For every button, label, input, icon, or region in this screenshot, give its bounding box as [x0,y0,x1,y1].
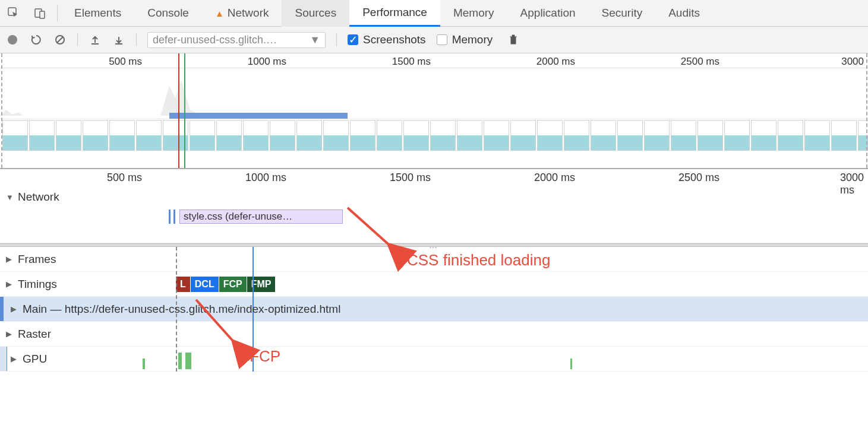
warning-icon: ▲ [215,8,224,18]
ruler-tick: 1000 ms [248,56,289,68]
screenshot-thumb[interactable] [644,120,670,151]
recording-selector[interactable]: defer-unused-css.glitch.… ▼ [147,32,326,48]
screenshot-thumb[interactable] [323,120,349,151]
timing-badge-L[interactable]: L [176,277,190,292]
timing-badge-FMP[interactable]: FMP [247,277,276,292]
tab-performance[interactable]: Performance [349,0,440,27]
screenshot-thumb[interactable] [403,120,429,151]
timings-label-text: Timings [18,278,57,291]
ruler-tick: 1500 ms [390,172,433,184]
ruler-tick: 3000 [841,56,866,68]
save-profile-button[interactable] [112,34,125,45]
selection-range[interactable] [169,113,348,119]
screenshots-toggle[interactable]: ✓ Screenshots [348,33,426,46]
screenshot-thumb[interactable] [377,120,402,151]
network-track-label[interactable]: ▼ Network [6,191,59,204]
raster-track-label[interactable]: ▶ Raster [6,328,51,341]
track-left-margin [0,347,7,371]
ruler-tick: 2500 ms [681,56,722,68]
tab-network[interactable]: ▲ Network [202,0,282,27]
screenshot-thumb[interactable] [724,120,750,151]
tab-elements[interactable]: Elements [61,0,134,27]
timings-track[interactable]: ▶ Timings L DCL FCP FMP [0,272,868,297]
screenshot-thumb[interactable] [831,120,857,151]
tab-memory[interactable]: Memory [440,0,507,27]
svg-rect-2 [40,11,45,18]
divider [77,33,78,46]
raster-label-text: Raster [18,328,51,341]
timings-track-label[interactable]: ▶ Timings [6,278,57,291]
screenshots-label: Screenshots [363,33,426,46]
tab-network-label: Network [228,7,269,20]
tab-audits[interactable]: Audits [655,0,713,27]
raster-track[interactable]: ▶ Raster [0,322,868,347]
recording-selector-label: defer-unused-css.glitch.… [153,34,277,46]
screenshot-thumb[interactable] [591,120,616,151]
selection-handle-left[interactable] [1,53,2,168]
frames-track-label[interactable]: ▶ Frames [6,253,56,266]
tab-security[interactable]: Security [589,0,656,27]
ruler-tick: 1500 ms [392,56,433,68]
ruler-tick: 500 ms [109,56,144,68]
timings-badges: L DCL FCP FMP [176,277,276,292]
gpu-activity [178,353,182,369]
load-profile-button[interactable] [89,34,102,45]
screenshot-thumb[interactable] [510,120,536,151]
device-toggle-icon[interactable] [27,0,53,27]
screenshot-thumb[interactable] [671,120,696,151]
screenshot-thumb[interactable] [457,120,482,151]
screenshot-thumb[interactable] [29,120,55,151]
screenshot-thumb[interactable] [697,120,723,151]
screenshot-thumb[interactable] [296,120,322,151]
screenshot-thumb[interactable] [270,120,295,151]
selection-handle-right[interactable] [866,53,867,168]
network-track[interactable]: ▼ Network style.css (defer-unuse… [0,187,868,243]
timing-badge-FCP[interactable]: FCP [219,277,247,292]
screenshot-thumb[interactable] [109,120,135,151]
network-label-text: Network [18,191,59,204]
devtools-tab-bar: Elements Console ▲ Network Sources Perfo… [0,0,868,27]
screenshot-thumb[interactable] [617,120,643,151]
screenshot-thumb[interactable] [83,120,108,151]
tab-sources[interactable]: Sources [282,0,349,27]
flame-chart-area[interactable]: 500 ms 1000 ms 1500 ms 2000 ms 2500 ms 3… [0,169,868,372]
screenshot-thumb[interactable] [2,120,28,151]
disclosure-down-icon: ▼ [6,193,14,202]
detail-ruler: 500 ms 1000 ms 1500 ms 2000 ms 2500 ms 3… [0,169,868,187]
gpu-track[interactable]: ▶ GPU [0,347,868,372]
screenshot-thumb[interactable] [804,120,830,151]
screenshot-thumb[interactable] [190,120,215,151]
tab-application[interactable]: Application [507,0,589,27]
record-button[interactable] [6,35,19,45]
ruler-tick: 2000 ms [536,56,577,68]
gpu-track-label[interactable]: ▶ GPU [11,353,47,366]
screenshot-thumb[interactable] [778,120,803,151]
clear-recording-button[interactable] [507,34,520,46]
screenshot-thumb[interactable] [430,120,456,151]
clear-button[interactable] [53,34,67,45]
screenshot-thumb[interactable] [751,120,777,151]
screenshot-thumb[interactable] [350,120,375,151]
screenshot-thumb[interactable] [56,120,81,151]
main-track[interactable]: ▶ Main — https://defer-unused-css.glitch… [0,297,868,322]
screenshot-thumb[interactable] [136,120,162,151]
memory-toggle[interactable]: Memory [437,33,493,46]
overview-timeline[interactable]: 500 ms 1000 ms 1500 ms 2000 ms 2500 ms 3… [0,53,868,169]
gpu-label-text: GPU [23,353,47,366]
screenshot-thumb[interactable] [537,120,563,151]
tab-console[interactable]: Console [134,0,202,27]
reload-button[interactable] [30,34,43,45]
filmstrip [0,119,868,153]
ruler-tick: 500 ms [107,172,144,184]
screenshot-thumb[interactable] [243,120,269,151]
frames-track[interactable]: ▶ Frames [0,247,868,272]
screenshot-thumb[interactable] [484,120,509,151]
inspect-icon[interactable] [0,0,27,27]
gpu-activity [570,358,572,369]
screenshot-thumb[interactable] [564,120,589,151]
selected-indicator [0,297,4,321]
main-track-label[interactable]: ▶ Main — https://defer-unused-css.glitch… [11,303,340,316]
screenshot-thumb[interactable] [216,120,242,151]
network-request-stylecss[interactable]: style.css (defer-unuse… [179,210,343,224]
timing-badge-DCL[interactable]: DCL [191,277,219,292]
